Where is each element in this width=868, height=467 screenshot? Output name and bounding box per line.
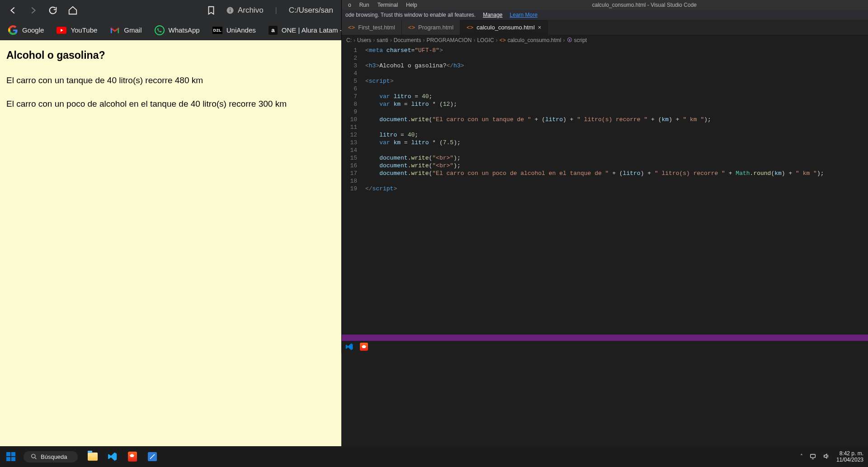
page-heading: Alcohol o gasolina? [6,47,335,63]
home-icon[interactable] [68,5,78,15]
breadcrumb-item[interactable]: script [574,37,587,43]
html-file-icon: <> [408,24,415,31]
address-separator: | [274,6,279,14]
volume-icon[interactable] [823,453,830,461]
vscode-menus: o Run Terminal Help [342,1,421,9]
gmail-icon [110,25,120,35]
clock-time: 8:42 p. m. [836,450,863,457]
forward-icon[interactable] [28,5,38,15]
line-number-gutter: 12345678910111213141516171819 [342,45,363,335]
bookmark-label: Gmail [124,26,142,34]
svg-point-9 [32,454,35,458]
whatsapp-icon [155,25,165,35]
browser-window: Archivo | C:/Users/san Google YouTube Gm… [0,0,341,353]
tab-program[interactable]: <> Program.html [402,20,460,35]
address-bar[interactable]: C:/Users/san [289,6,333,15]
page-fill [0,353,341,446]
alura-icon: a [269,26,278,35]
vscode-lower-icons [342,341,868,353]
bookmark-google[interactable]: Google [8,25,44,35]
symbol-icon: ⦿ [567,37,572,43]
bookmark-youtube[interactable]: YouTube [57,25,97,35]
code-content[interactable]: <meta charset="UFT-8"> <h3>Alcohol o gas… [363,45,868,335]
tab-calculo-consumo[interactable]: <> calculo_consumo.html × [460,20,548,35]
menu-terminal[interactable]: Terminal [374,1,401,9]
app-icon[interactable] [146,451,158,462]
panel-bar[interactable] [342,335,868,341]
breadcrumb-item[interactable]: PROGRAMACION [426,37,472,43]
restricted-mode-banner: ode browsing. Trust this window to enabl… [342,10,868,20]
bookmark-label: YouTube [71,26,97,34]
vscode-fill [341,353,868,446]
svg-rect-7 [6,457,10,461]
bookmark-label: UniAndes [226,26,256,34]
network-icon[interactable] [809,453,816,461]
file-origin-label: Archivo [238,6,264,15]
html-file-icon: <> [467,24,473,31]
taskbar-pinned-apps [87,451,158,462]
code-editor[interactable]: 12345678910111213141516171819 <meta char… [342,45,868,335]
bookmark-label: Google [22,26,44,34]
vscode-titlebar: o Run Terminal Help calculo_consumo.html… [342,0,868,10]
browser-toolbar: Archivo | C:/Users/san [0,0,341,20]
taskbar-right: ˄ 8:42 p. m. 11/04/2023 [800,450,863,463]
editor-tabs: <> First_test.html <> Program.html <> ca… [342,20,868,35]
breadcrumb-item[interactable]: C: [346,37,352,43]
vscode-icon[interactable] [345,343,354,351]
html-file-icon: <> [348,24,355,31]
bookmark-whatsapp[interactable]: WhatsApp [155,25,200,35]
d2l-icon: D2L [212,27,222,34]
file-origin-chip[interactable]: Archivo [226,6,264,15]
reload-icon[interactable] [48,5,58,15]
taskbar-search[interactable]: Búsqueda [24,451,78,462]
breadcrumb-item[interactable]: LOGIC [477,37,494,43]
file-explorer-icon[interactable] [87,451,99,462]
start-button[interactable] [5,450,17,463]
clock-date: 11/04/2023 [836,457,863,463]
breadcrumb-item[interactable]: calculo_consumo.html [508,37,561,43]
menu-go[interactable]: o [344,1,355,9]
menu-run[interactable]: Run [356,1,373,9]
svg-rect-1 [230,9,231,12]
bookmarks-bar: Google YouTube Gmail WhatsApp D2L UniAnd… [0,20,341,40]
search-placeholder: Búsqueda [41,453,67,460]
bookmark-uniandes[interactable]: D2L UniAndes [212,26,256,34]
breadcrumb-item[interactable]: Users [357,37,371,43]
brave-icon[interactable] [360,343,368,351]
breadcrumb-item[interactable]: Documents [394,37,421,43]
tab-label: First_test.html [358,24,395,31]
page-line-1: El carro con un tanque de 40 litro(s) re… [6,74,335,87]
rendered-page: Alcohol o gasolina? El carro con un tanq… [0,40,341,353]
bookmark-icon[interactable] [206,5,216,15]
chevron-up-icon[interactable]: ˄ [800,453,803,460]
svg-rect-2 [230,8,231,9]
tab-label: Program.html [418,24,453,31]
address-url: C:/Users/san [289,6,333,15]
windows-taskbar: Búsqueda ˄ 8:42 p. m. 11/04/2023 [0,446,868,467]
page-line-2: El carro con un poco de alcohol en el ta… [6,98,335,111]
youtube-icon [57,25,66,35]
svg-rect-8 [11,457,15,461]
breadcrumb-item[interactable]: santi [377,37,388,43]
svg-point-4 [155,25,164,34]
svg-rect-11 [811,454,816,458]
breadcrumbs[interactable]: C:› Users› santi› Documents› PROGRAMACIO… [342,35,868,45]
bookmark-alura[interactable]: a ONE | Alura Latam -... [269,26,348,35]
back-icon[interactable] [8,5,18,15]
banner-text: ode browsing. Trust this window to enabl… [345,12,476,18]
vscode-window: o Run Terminal Help calculo_consumo.html… [341,0,868,353]
menu-help[interactable]: Help [402,1,421,9]
html-file-icon: <> [500,37,506,43]
tab-label: calculo_consumo.html [476,24,535,31]
brave-icon[interactable] [127,451,138,462]
banner-manage-link[interactable]: Manage [483,12,502,18]
close-icon[interactable]: × [538,24,542,31]
tab-first-test[interactable]: <> First_test.html [342,20,402,35]
taskbar-clock[interactable]: 8:42 p. m. 11/04/2023 [836,450,863,463]
vscode-icon[interactable] [107,451,118,462]
vscode-title: calculo_consumo.html - Visual Studio Cod… [421,2,868,8]
banner-learn-link[interactable]: Learn More [510,12,538,18]
bookmark-label: WhatsApp [169,26,200,34]
google-icon [8,25,18,35]
bookmark-gmail[interactable]: Gmail [110,25,142,35]
